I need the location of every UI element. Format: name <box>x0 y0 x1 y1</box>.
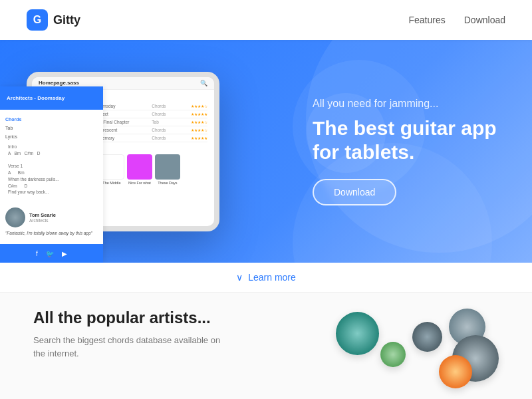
side-social-bar: f 🐦 ▶ <box>0 244 103 263</box>
twitter-icon[interactable]: 🐦 <box>46 250 54 257</box>
hero-text: All you need for jamming... The best gui… <box>313 98 499 205</box>
song-item: These Days <box>155 154 180 185</box>
hero-download-button[interactable]: Download <box>313 179 396 205</box>
hero-title: The best guitar app for tablets. <box>313 116 499 164</box>
tablet-search-icon[interactable]: 🔍 <box>200 80 207 86</box>
artist-bubble <box>336 312 379 355</box>
tablet-title: Homepage.sass <box>39 80 79 86</box>
bottom-text: All the popular artists... Search the bi… <box>33 309 233 360</box>
side-nav-tab[interactable]: Tab <box>5 124 98 132</box>
logo-icon: G <box>27 9 48 31</box>
side-nav-lyrics[interactable]: Lyrics <box>5 132 98 141</box>
bottom-description: Search the biggest chords database avail… <box>33 334 233 360</box>
navbar: G Gitty Features Download <box>0 0 532 40</box>
artist-bubble <box>412 322 442 352</box>
nav-features[interactable]: Features <box>408 15 445 25</box>
avatar <box>5 207 25 227</box>
side-panel: Architects - Doomsday Chords Tab Lyrics … <box>0 86 103 263</box>
learn-more-link[interactable]: Learn more <box>248 272 296 283</box>
artist-bubble <box>439 355 472 388</box>
testimonial-quote: "Fantastic, I'm totally blown away by th… <box>0 229 103 239</box>
side-panel-body: Chords Tab Lyrics Intro A Bm C#m D Verse… <box>0 110 103 203</box>
hero-subtitle: All you need for jamming... <box>313 98 499 110</box>
artist-bubble <box>380 342 406 367</box>
side-panel-title: Architects - Doomsday <box>7 95 65 101</box>
chord-content: Intro A Bm C#m D Verse 1 A Bm When the d… <box>5 141 98 198</box>
learn-more-bar: ∨ Learn more <box>0 263 532 293</box>
bottom-section: All the popular artists... Search the bi… <box>0 293 532 399</box>
song-thumb <box>127 154 152 180</box>
nav-links: Features Download <box>408 15 505 25</box>
nav-download[interactable]: Download <box>464 15 505 25</box>
avatar-band: Architects <box>29 218 56 223</box>
side-nav-chords[interactable]: Chords <box>5 115 98 124</box>
youtube-icon[interactable]: ▶ <box>62 250 67 257</box>
brand-name: Gitty <box>53 13 80 27</box>
artist-bubbles <box>326 309 499 395</box>
avatar-name: Tom Searle <box>29 212 56 218</box>
song-thumb <box>155 154 180 180</box>
facebook-icon[interactable]: f <box>36 250 38 257</box>
bottom-title: All the popular artists... <box>33 309 233 327</box>
brand: G Gitty <box>27 9 80 31</box>
chevron-down-icon: ∨ <box>236 272 243 283</box>
testimonial: Tom Searle Architects <box>0 203 103 229</box>
hero-section: Architects - Doomsday Chords Tab Lyrics … <box>0 40 532 263</box>
song-item: Nice For what <box>127 154 152 185</box>
side-panel-header: Architects - Doomsday <box>0 86 103 110</box>
